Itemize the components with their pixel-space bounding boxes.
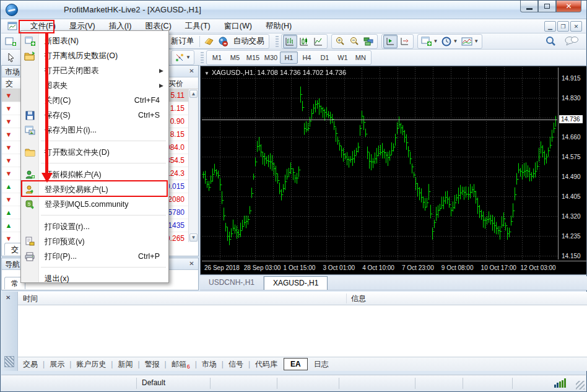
cursor-icon[interactable] xyxy=(6,53,16,63)
file-menu-item-6[interactable]: 保存为图片(i)... xyxy=(21,123,168,137)
mdi-minimize-button[interactable]: ▁ xyxy=(544,21,556,32)
templates-icon[interactable]: ▼ xyxy=(459,35,480,48)
print-preview-icon xyxy=(24,236,35,247)
menubar-item-5[interactable]: 窗口(W) xyxy=(217,19,259,33)
terminal-tab-10[interactable]: 日志 xyxy=(309,358,334,371)
price-tick-label: 14.320 xyxy=(562,213,581,220)
profile-label[interactable]: Default xyxy=(142,378,165,387)
terminal-tab-9[interactable]: EA xyxy=(284,358,308,370)
new-order-button[interactable]: 新订单 xyxy=(168,36,198,46)
file-menu-item-7[interactable]: 打开数据文件夹(D) xyxy=(21,145,168,160)
templates-dropdown-icon[interactable]: ▼ xyxy=(474,38,479,44)
file-menu-item-shortcut: Ctrl+P xyxy=(138,252,160,261)
price-tick-label: 14.235 xyxy=(562,233,581,240)
file-menu-item-label: 打印设置(r)... xyxy=(45,222,90,232)
time-tick-label: 26 Sep 2018 xyxy=(204,264,240,271)
bid-column-header[interactable]: 买价 xyxy=(168,77,183,90)
line-chart-mode-icon[interactable] xyxy=(311,35,326,48)
price-chart[interactable] xyxy=(202,68,557,260)
time-axis[interactable]: 26 Sep 201828 Sep 03:001 Oct 15:003 Oct … xyxy=(202,261,586,274)
toolbar-drag-handle[interactable] xyxy=(276,36,279,47)
chart-dropdown-icon[interactable]: ▼ xyxy=(204,71,209,76)
terminal-close-icon[interactable]: ✕ xyxy=(6,294,11,301)
price-axis[interactable]: 14.91514.83014.74514.66014.57514.49014.4… xyxy=(558,68,586,259)
message-column-header[interactable]: 信息 xyxy=(351,294,366,304)
timeframe-d1-button[interactable]: D1 xyxy=(316,51,334,64)
file-menu-item-9[interactable]: 登录到交易账户(L) xyxy=(21,182,168,197)
terminal-tab-6[interactable]: 市场 xyxy=(197,358,222,371)
timeframe-h1-button[interactable]: H1 xyxy=(280,51,298,64)
candlestick-mode-icon[interactable] xyxy=(297,35,311,48)
timeframe-w1-button[interactable]: W1 xyxy=(334,51,352,64)
chat-icon[interactable] xyxy=(565,36,578,46)
symbol-column-header[interactable]: 交 xyxy=(2,77,17,89)
auto-scroll-icon[interactable] xyxy=(398,35,412,48)
terminal-tab-0[interactable]: 交易 xyxy=(18,358,43,371)
market-watch-close-icon[interactable]: ✕ xyxy=(188,67,196,75)
scroll-down-icon[interactable]: ▼ xyxy=(189,233,198,242)
mdi-close-button[interactable]: ✕ xyxy=(570,21,582,32)
file-menu-item-4[interactable]: 关闭(C)Ctrl+F4 xyxy=(21,93,168,108)
file-menu-item-12[interactable]: 打印预览(v) xyxy=(21,234,168,249)
timeframe-m30-button[interactable]: M30 xyxy=(262,51,280,64)
file-menu-item-label: 打印(P)... xyxy=(45,251,77,262)
scroll-up-icon[interactable]: ▲ xyxy=(189,90,198,98)
autotrade-button[interactable]: 自动交易 xyxy=(230,36,267,46)
timeframe-mn-button[interactable]: MN xyxy=(352,51,370,64)
chart-tab-0[interactable]: USDCNH-,H1 xyxy=(200,276,264,290)
file-menu-item-1[interactable]: 打开离线历史数据(O) xyxy=(21,48,168,63)
price-tick-label: 14.915 xyxy=(562,75,581,82)
file-menu-item-11[interactable]: 打印设置(r)... xyxy=(21,219,168,234)
terminal-tab-8[interactable]: 代码库 xyxy=(250,358,282,371)
indicators-dropdown-icon[interactable]: ▼ xyxy=(433,38,438,44)
price-up-icon: ▲ xyxy=(2,222,15,229)
resize-grip[interactable] xyxy=(576,381,585,390)
terminal-content[interactable] xyxy=(18,305,587,357)
file-menu-item-13[interactable]: 打印(P)...Ctrl+P xyxy=(21,249,168,264)
search-icon[interactable] xyxy=(546,36,556,46)
new-chart-toolbar-icon[interactable] xyxy=(5,37,16,46)
autotrade-status-icon[interactable] xyxy=(216,35,230,48)
minimize-button[interactable] xyxy=(520,1,538,12)
terminal-tab-1[interactable]: 展示 xyxy=(45,358,69,371)
tile-windows-icon[interactable] xyxy=(362,35,376,48)
timeframe-m15-button[interactable]: M15 xyxy=(244,51,262,64)
file-menu-item-5[interactable]: 保存(S)Ctrl+S xyxy=(21,108,168,123)
indicators-icon[interactable]: ▼ xyxy=(419,35,440,48)
restore-button[interactable] xyxy=(538,1,556,12)
chart-tab-1[interactable]: XAGUSD-,H1 xyxy=(264,276,328,290)
metaeditor-icon[interactable] xyxy=(202,35,216,48)
zoom-in-icon[interactable] xyxy=(333,35,347,48)
styler-dropdown-icon[interactable]: ▼ xyxy=(186,54,191,60)
mdi-restore-button[interactable]: ❐ xyxy=(557,21,569,32)
toolbar2-drag-handle[interactable] xyxy=(201,52,204,63)
zoom-out-icon[interactable] xyxy=(347,35,362,48)
chart-shift-icon[interactable] xyxy=(383,35,398,48)
time-column-header[interactable]: 时间 xyxy=(23,294,38,304)
periods-dropdown-icon[interactable]: ▼ xyxy=(453,38,458,44)
periods-clock-icon[interactable]: ▼ xyxy=(440,35,459,48)
file-menu-item-3[interactable]: 图表夹▶ xyxy=(21,78,168,93)
terminal-grip-icon[interactable] xyxy=(4,356,14,367)
navigator-close-icon[interactable]: ✕ xyxy=(188,259,196,268)
terminal-tab-strip: 交易|展示|账户历史|新闻|警报|邮箱6|市场|信号|代码库EA日志 xyxy=(18,357,587,371)
file-menu-item-0[interactable]: 新图表(N) xyxy=(21,33,168,48)
bar-chart-mode-icon[interactable] xyxy=(283,35,297,48)
terminal-tab-2[interactable]: 账户历史 xyxy=(71,358,111,371)
file-menu-item-8[interactable]: 开新模拟帐户(A) xyxy=(21,167,168,182)
terminal-tab-5[interactable]: 邮箱6 xyxy=(167,358,195,371)
menubar-item-6[interactable]: 帮助(H) xyxy=(259,19,298,33)
terminal-tab-7[interactable]: 信号 xyxy=(224,358,248,371)
market-watch-scrollbar[interactable]: ▲ ▼ xyxy=(188,89,198,242)
terminal-tab-4[interactable]: 警报 xyxy=(140,358,165,371)
terminal-tab-3[interactable]: 新闻 xyxy=(113,358,137,371)
file-menu-item-10[interactable]: 5登录到MQL5.community xyxy=(21,197,168,212)
styler-icon[interactable]: ▼ xyxy=(173,51,193,64)
menubar-item-4[interactable]: 工具(T) xyxy=(178,19,217,33)
timeframe-m1-button[interactable]: M1 xyxy=(208,51,226,64)
timeframe-m5-button[interactable]: M5 xyxy=(226,51,244,64)
close-button[interactable]: ✕ xyxy=(556,1,581,12)
timeframe-h4-button[interactable]: H4 xyxy=(298,51,316,64)
file-menu-item-2[interactable]: 打开已关闭图表▶ xyxy=(21,63,168,78)
file-menu-item-14[interactable]: 退出(x) xyxy=(21,271,168,286)
